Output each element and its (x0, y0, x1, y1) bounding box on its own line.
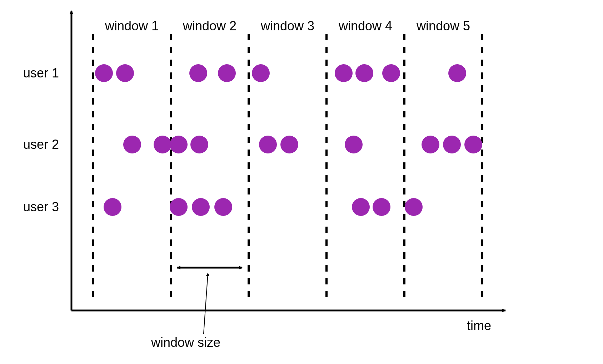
event-dot (448, 64, 466, 82)
window-label: window 1 (105, 19, 159, 33)
event-dot (382, 64, 400, 82)
event-dot (355, 64, 373, 82)
event-dot (373, 198, 390, 216)
window-label: window 3 (260, 19, 314, 33)
event-dot (123, 136, 141, 153)
event-dot (352, 198, 370, 216)
event-dot (189, 64, 207, 82)
user-label: user 1 (23, 66, 59, 80)
event-dot (190, 136, 208, 153)
user-label: user 2 (23, 137, 59, 152)
event-dot (95, 64, 113, 82)
event-dot (422, 136, 439, 153)
event-dot (464, 136, 482, 153)
event-dot (214, 198, 232, 216)
event-dot (154, 136, 171, 153)
diagram-root: window 1window 2window 3window 4window 5… (0, 0, 603, 364)
window-label: window 4 (338, 19, 392, 33)
event-dot (252, 64, 270, 82)
event-dot (280, 136, 298, 153)
event-dot (104, 198, 121, 216)
window-label: window 5 (416, 19, 470, 33)
window-size-pointer (204, 273, 208, 334)
window-size-label: window size (151, 335, 220, 350)
window-label: window 2 (183, 19, 236, 33)
event-dot (345, 136, 363, 153)
diagram-svg: window 1window 2window 3window 4window 5… (0, 0, 603, 364)
event-dot (170, 136, 188, 153)
event-dot (443, 136, 461, 153)
event-dot (405, 198, 423, 216)
event-dot (335, 64, 353, 82)
event-dot (116, 64, 134, 82)
event-dot (192, 198, 210, 216)
event-dot (218, 64, 236, 82)
user-label: user 3 (23, 199, 59, 214)
event-dot (259, 136, 277, 153)
x-axis-label: time (467, 318, 491, 333)
event-dot (170, 198, 188, 216)
